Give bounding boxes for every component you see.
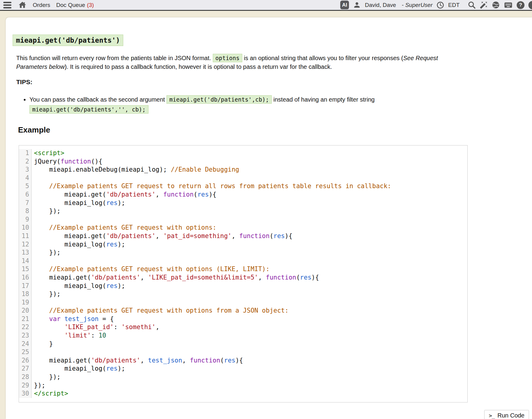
code-line: 28 });	[19, 373, 467, 381]
line-number: 28	[19, 373, 32, 381]
text-segment: is an optional string that allows you to…	[242, 55, 403, 61]
code-text: });	[32, 381, 45, 390]
search-icon[interactable]	[468, 1, 476, 9]
code-line: 21 var test_json = {	[19, 315, 467, 323]
tips-list: You can pass the callback as the second …	[16, 95, 468, 115]
line-number: 30	[19, 390, 32, 398]
intro-paragraph: This function will return every row from…	[16, 54, 469, 71]
code-line: 25	[19, 348, 467, 356]
code-line: 13 });	[19, 249, 467, 257]
user-name[interactable]: David, Dave	[365, 2, 396, 8]
globe-icon[interactable]	[492, 1, 500, 9]
code-text: mieapi_log(res);	[32, 240, 125, 249]
line-number: 17	[19, 282, 32, 290]
clock-icon[interactable]	[436, 1, 444, 9]
code-line: 19	[19, 298, 467, 307]
code-text: });	[32, 373, 61, 381]
terminal-prompt-icon: >_	[489, 412, 495, 419]
line-number: 6	[19, 191, 32, 199]
line-number: 11	[19, 232, 32, 240]
code-line: 18 });	[19, 290, 467, 298]
code-line: 11 mieapi.get('db/patients', 'pat_id=som…	[19, 232, 467, 240]
code-line: 14	[19, 257, 467, 265]
line-number: 5	[19, 182, 32, 191]
code-text: //Example patients GET request with opti…	[32, 265, 270, 274]
line-number: 29	[19, 381, 32, 390]
line-number: 15	[19, 265, 32, 274]
code-text: });	[32, 249, 61, 257]
line-number: 19	[19, 298, 32, 307]
code-line: 20 //Example patients GET request with o…	[19, 307, 467, 315]
code-text: mieapi.get('db/patients', 'pat_id=someth…	[32, 232, 292, 240]
line-number: 20	[19, 307, 32, 315]
code-text	[32, 216, 34, 224]
line-number: 16	[19, 274, 32, 282]
code-text: });	[32, 207, 61, 216]
content-panel: mieapi.get('db/patients') This function …	[6, 17, 532, 419]
tips-heading: TIPS:	[16, 78, 469, 86]
code-editor[interactable]: 1<script>2jQuery(function(){3 mieapi.ena…	[19, 145, 468, 402]
line-number: 27	[19, 365, 32, 373]
code-text: <script>	[32, 149, 64, 158]
nav-orders[interactable]: Orders	[33, 2, 50, 8]
code-line: 30</script>	[19, 390, 467, 398]
tip-item: You can pass the callback as the second …	[29, 95, 468, 115]
line-number: 24	[19, 340, 32, 348]
code-text: jQuery(function(){	[32, 158, 102, 166]
code-text: //Example patients GET request with opti…	[32, 307, 289, 315]
text-segment: This function will return every row from…	[16, 55, 213, 61]
code-line: 10 //Example patients GET request with o…	[19, 224, 467, 232]
line-number: 13	[19, 249, 32, 257]
code-text: }	[32, 340, 53, 348]
help-icon[interactable]: ?	[517, 1, 524, 9]
topbar: Orders Doc Queue(3) AI David, Dave - Sup…	[0, 0, 532, 11]
ai-badge[interactable]: AI	[340, 1, 349, 9]
code-line: 4	[19, 174, 467, 182]
code-text: //Example patients GET request with opti…	[32, 224, 216, 232]
topbar-left: Orders Doc Queue(3)	[3, 0, 94, 10]
code-line: 7 mieapi_log(res);	[19, 199, 467, 207]
code-text: </script>	[32, 390, 68, 398]
keyboard-icon[interactable]	[504, 1, 513, 10]
line-number: 25	[19, 348, 32, 356]
code-line: 24 }	[19, 340, 467, 348]
line-number: 1	[19, 149, 32, 158]
line-number: 2	[19, 158, 32, 166]
nav-doc-queue[interactable]: Doc Queue(3)	[56, 2, 94, 8]
code-line: 16 mieapi.get('db/patients', 'LIKE_pat_i…	[19, 274, 467, 282]
code-line: 26 mieapi.get('db/patients', test_json, …	[19, 356, 467, 365]
run-code-label: Run Code	[497, 412, 524, 419]
wand-icon[interactable]	[480, 1, 488, 9]
code-line: 8 });	[19, 207, 467, 216]
page-title: mieapi.get('db/patients')	[13, 34, 469, 46]
code-line: 17 mieapi_log(res);	[19, 282, 467, 290]
doc-content: mieapi.get('db/patients') This function …	[13, 34, 469, 402]
code-line: 15 //Example patients GET request with o…	[19, 265, 467, 274]
code-line: 12 mieapi_log(res);	[19, 240, 467, 249]
partial-icon	[528, 1, 532, 9]
code-text	[32, 174, 34, 182]
user-role: - SuperUser	[402, 2, 433, 8]
inline-code: mieapi.get('db/patients','', cb);	[29, 105, 148, 114]
inline-code: mieapi.get('db/patients',cb);	[167, 95, 272, 104]
code-text: mieapi.get('db/patients', test_json, fun…	[32, 356, 243, 365]
api-function-title: mieapi.get('db/patients')	[13, 35, 123, 46]
line-number: 8	[19, 207, 32, 216]
line-number: 10	[19, 224, 32, 232]
hamburger-menu-icon[interactable]	[3, 1, 12, 9]
code-line: 5 //Example patients GET request to retu…	[19, 182, 467, 191]
run-code-button[interactable]: >_ Run Code	[484, 410, 529, 419]
code-text	[32, 348, 34, 356]
line-number: 12	[19, 240, 32, 249]
code-line: 23 'limit': 10	[19, 332, 467, 340]
line-number: 9	[19, 216, 32, 224]
code-text: //Example patients GET request to return…	[32, 182, 391, 191]
code-line: 2jQuery(function(){	[19, 158, 467, 166]
home-icon[interactable]	[18, 1, 27, 9]
line-number: 18	[19, 290, 32, 298]
line-number: 4	[19, 174, 32, 182]
code-line: 22 'LIKE_pat_id': 'somethi',	[19, 323, 467, 332]
code-text: });	[32, 290, 61, 298]
code-text	[32, 257, 34, 265]
code-text: mieapi.get('db/patients', function(res){	[32, 191, 216, 199]
